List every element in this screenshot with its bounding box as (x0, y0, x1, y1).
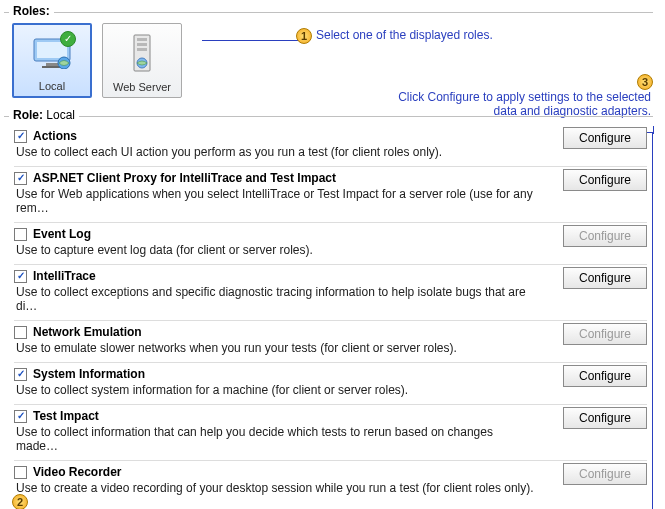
adapter-title: System Information (33, 367, 145, 381)
adapter-checkbox[interactable] (14, 466, 27, 479)
configure-button[interactable]: Configure (563, 365, 647, 387)
svg-rect-7 (137, 43, 147, 46)
role-detail-section: Role: Local ActionsUse to collect each U… (4, 116, 653, 502)
adapter-description: Use to create a video recording of your … (14, 481, 534, 495)
adapter-title: Test Impact (33, 409, 99, 423)
adapter-title: ASP.NET Client Proxy for IntelliTrace an… (33, 171, 336, 185)
roles-header: Roles: (9, 4, 54, 18)
adapter-description: Use to capture event log data (for clien… (14, 243, 534, 257)
adapter-description: Use to collect each UI action you perfor… (14, 145, 534, 159)
adapter-title: Event Log (33, 227, 91, 241)
role-tile-local[interactable]: ✓ Local (12, 23, 92, 98)
adapter-description: Use to emulate slower networks when you … (14, 341, 534, 355)
configure-button[interactable]: Configure (563, 267, 647, 289)
adapter-checkbox[interactable] (14, 326, 27, 339)
adapter-description: Use to collect information that can help… (14, 425, 534, 453)
adapter-title: Network Emulation (33, 325, 142, 339)
svg-rect-2 (46, 63, 58, 66)
adapter-title: Actions (33, 129, 77, 143)
roles-section: Roles: ✓ Local Web Server (4, 12, 653, 98)
adapter-checkbox[interactable] (14, 410, 27, 423)
adapter-row: Event LogUse to capture event log data (… (14, 222, 647, 264)
server-icon (130, 24, 154, 81)
adapter-description: Use for Web applications when you select… (14, 187, 534, 215)
svg-rect-8 (137, 48, 147, 51)
adapter-description: Use to collect system information for a … (14, 383, 534, 397)
adapter-row: System InformationUse to collect system … (14, 362, 647, 404)
adapter-description: Use to collect exceptions and specific d… (14, 285, 534, 313)
role-tile-web-server[interactable]: Web Server (102, 23, 182, 98)
configure-button: Configure (563, 463, 647, 485)
configure-button[interactable]: Configure (563, 407, 647, 429)
adapter-checkbox[interactable] (14, 130, 27, 143)
adapter-checkbox[interactable] (14, 368, 27, 381)
adapter-checkbox[interactable] (14, 228, 27, 241)
configure-button[interactable]: Configure (563, 127, 647, 149)
adapter-checkbox[interactable] (14, 172, 27, 185)
adapter-title: IntelliTrace (33, 269, 96, 283)
role-label-local: Local (39, 80, 65, 92)
configure-button: Configure (563, 225, 647, 247)
adapter-title: Video Recorder (33, 465, 121, 479)
check-icon: ✓ (60, 31, 76, 47)
configure-button: Configure (563, 323, 647, 345)
adapter-row: IntelliTraceUse to collect exceptions an… (14, 264, 647, 320)
adapter-row: Network EmulationUse to emulate slower n… (14, 320, 647, 362)
configure-button[interactable]: Configure (563, 169, 647, 191)
adapter-row: ActionsUse to collect each UI action you… (14, 125, 647, 166)
role-detail-header: Role: Local (9, 108, 79, 122)
annotation-badge-2: 2 (12, 494, 28, 509)
adapter-checkbox[interactable] (14, 270, 27, 283)
adapter-row: ASP.NET Client Proxy for IntelliTrace an… (14, 166, 647, 222)
svg-rect-6 (137, 38, 147, 41)
adapter-row: Test ImpactUse to collect information th… (14, 404, 647, 460)
role-label-web-server: Web Server (113, 81, 171, 93)
